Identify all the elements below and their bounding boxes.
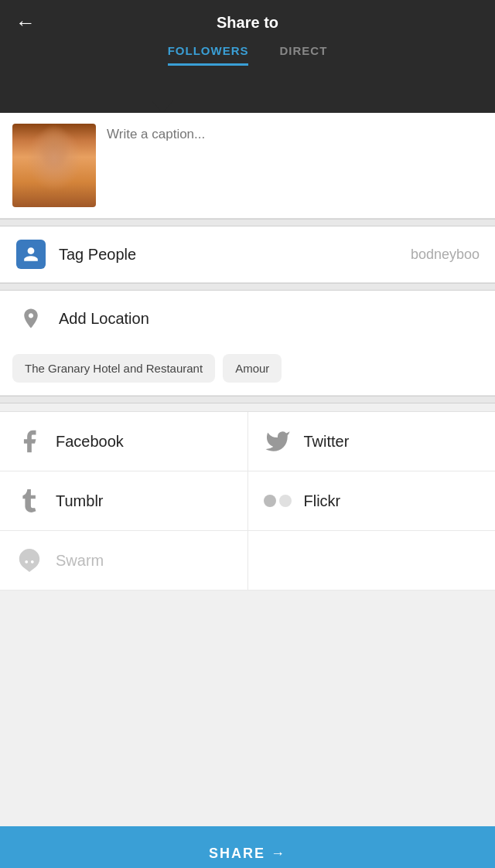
twitter-cell[interactable]: Twitter	[248, 412, 496, 471]
caption-section	[0, 113, 495, 219]
back-button[interactable]: ←	[15, 11, 36, 35]
empty-cell	[248, 531, 496, 590]
add-location-item[interactable]: Add Location	[0, 291, 495, 346]
photo-thumbnail[interactable]	[12, 124, 96, 207]
flickr-icon	[264, 487, 292, 515]
twitter-icon	[264, 427, 292, 455]
tab-direct[interactable]: DIRECT	[279, 44, 327, 66]
flickr-cell[interactable]: Flickr	[248, 471, 496, 530]
swarm-icon	[15, 546, 43, 574]
add-location-label: Add Location	[59, 310, 480, 328]
tag-people-icon-wrap	[15, 239, 46, 270]
facebook-icon	[15, 427, 43, 455]
caption-input[interactable]	[107, 124, 483, 158]
swarm-cell[interactable]: Swarm	[0, 531, 248, 590]
tab-followers[interactable]: FOLLOWERS	[168, 44, 249, 66]
section-divider-3	[0, 396, 495, 403]
header-top: ← Share to	[0, 0, 495, 39]
content-area: Tag People bodneyboo Add Location The Gr…	[0, 113, 495, 868]
tag-people-section: Tag People bodneyboo	[0, 226, 495, 283]
header: ← Share to FOLLOWERS DIRECT	[0, 0, 495, 100]
share-button-label: SHARE →	[209, 846, 286, 862]
social-row-3: Swarm	[0, 531, 495, 591]
header-tabs: FOLLOWERS DIRECT	[168, 44, 328, 66]
location-chip-granary[interactable]: The Granary Hotel and Restaurant	[12, 354, 215, 383]
section-divider-1	[0, 219, 495, 226]
flickr-label: Flickr	[304, 492, 341, 510]
social-row-1: Facebook Twitter	[0, 412, 495, 471]
share-button[interactable]: SHARE →	[0, 826, 495, 868]
swarm-label: Swarm	[56, 552, 104, 570]
location-chips: The Granary Hotel and Restaurant Amour	[0, 346, 495, 396]
facebook-label: Facebook	[56, 433, 124, 451]
location-icon-wrap	[15, 303, 46, 334]
tag-people-item[interactable]: Tag People bodneyboo	[0, 226, 495, 283]
tumblr-cell[interactable]: Tumblr	[0, 471, 248, 530]
twitter-label: Twitter	[304, 433, 350, 451]
page-title: Share to	[217, 14, 278, 32]
tumblr-label: Tumblr	[56, 492, 103, 510]
tag-people-icon	[16, 240, 46, 269]
tag-people-label: Tag People	[59, 246, 411, 264]
social-row-2: Tumblr Flickr	[0, 471, 495, 531]
social-sharing-grid: Facebook Twitter Tumblr	[0, 411, 495, 591]
tumblr-icon	[15, 487, 43, 515]
add-location-section: Add Location The Granary Hotel and Resta…	[0, 291, 495, 396]
section-divider-2	[0, 283, 495, 291]
tag-people-value: bodneyboo	[411, 247, 480, 263]
location-chip-amour[interactable]: Amour	[223, 354, 282, 383]
header-pointer	[152, 100, 173, 113]
facebook-cell[interactable]: Facebook	[0, 412, 248, 471]
